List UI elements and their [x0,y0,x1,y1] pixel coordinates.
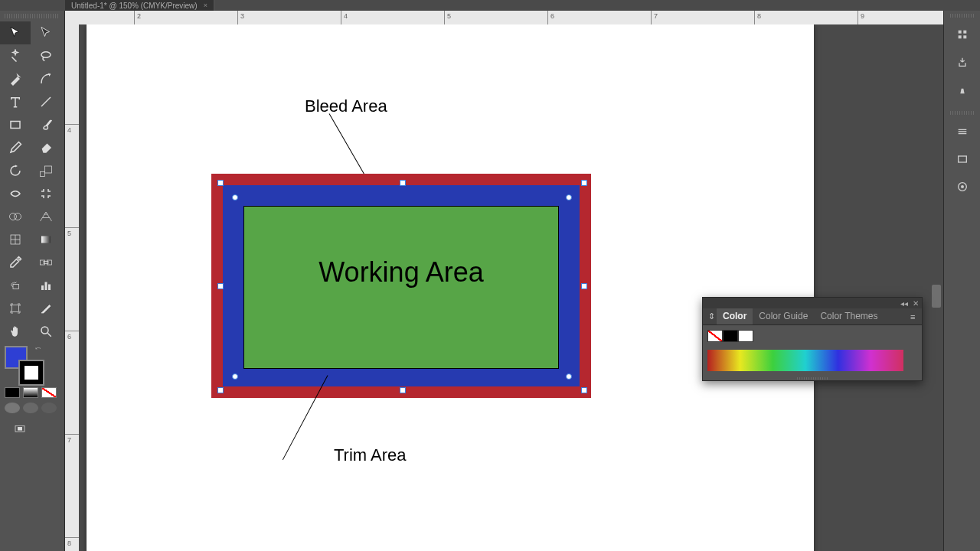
selection-handle[interactable] [566,194,572,201]
selection-handle[interactable] [217,387,224,393]
svg-rect-19 [959,31,962,34]
tab-color[interactable]: Color [717,308,753,324]
selection-handle[interactable] [581,180,587,186]
selection-handle[interactable] [400,180,406,186]
color-mode-gradient[interactable] [23,387,38,398]
color-none-swatch[interactable] [707,330,723,342]
ruler-v-tick: 4 [67,126,71,134]
panel-titlebar[interactable]: ◂◂ ✕ [703,298,922,308]
line-segment-tool[interactable] [31,90,61,113]
selection-handle[interactable] [566,373,572,380]
svg-rect-14 [48,285,51,291]
svg-rect-23 [959,156,967,162]
zoom-tool[interactable] [31,320,61,343]
selection-handle[interactable] [232,194,238,201]
eraser-tool[interactable] [31,136,61,159]
panel-close-icon[interactable]: ✕ [913,299,919,308]
stroke-panel-icon[interactable] [944,118,980,145]
horizontal-ruler[interactable]: 2 3 4 5 6 7 8 9 [65,11,943,24]
rectangle-tool[interactable] [0,113,31,136]
color-black-swatch[interactable] [723,330,738,342]
panel-menu-icon[interactable]: ≡ [908,312,919,321]
magic-wand-tool[interactable] [0,44,31,67]
color-spectrum[interactable] [707,350,903,371]
rotate-tool[interactable] [0,159,31,182]
svg-point-0 [41,52,51,58]
perspective-grid-tool[interactable] [31,205,61,228]
color-white-swatch[interactable] [738,330,753,342]
close-tab-icon[interactable]: × [204,2,207,9]
gradient-tool[interactable] [31,228,61,251]
selection-tool[interactable] [0,21,31,44]
lasso-tool[interactable] [31,44,61,67]
libraries-panel-icon[interactable] [944,48,980,76]
selection-handle[interactable] [217,283,224,289]
properties-panel-icon[interactable] [944,21,980,48]
selection-handle[interactable] [581,283,587,289]
right-panel-dock [943,11,980,551]
right-dock-grip-2[interactable] [950,111,974,115]
svg-rect-3 [45,166,52,173]
pen-tool[interactable] [0,67,31,90]
svg-point-25 [961,185,964,188]
ruler-h-tick: 5 [447,12,451,20]
selection-handle[interactable] [217,180,224,186]
swap-fill-stroke-icon[interactable]: ⤺ [35,344,41,352]
tab-color-guide[interactable]: Color Guide [753,308,814,324]
toolbar-grip[interactable] [5,14,60,18]
blend-tool[interactable] [31,251,61,274]
tab-color-themes[interactable]: Color Themes [814,308,884,324]
svg-rect-12 [41,285,44,290]
slice-tool[interactable] [31,297,61,320]
vertical-ruler[interactable]: 4 5 6 7 8 [65,24,79,551]
svg-point-16 [41,327,48,334]
color-panel[interactable]: ◂◂ ✕ ⇕ Color Color Guide Color Themes ≡ [702,297,923,381]
panel-collapse-icon[interactable]: ◂◂ [900,299,908,308]
color-mode-solid[interactable] [5,387,20,398]
ruler-h-tick: 7 [654,12,658,20]
draw-inside-icon[interactable] [41,403,57,413]
selection-handle[interactable] [581,387,587,393]
selection-handle[interactable] [232,373,238,380]
svg-rect-21 [959,35,962,38]
screen-mode-icon[interactable] [5,418,35,441]
ruler-h-tick: 9 [861,12,864,20]
working-area-rect[interactable]: Working Area [243,206,559,369]
scrollbar-thumb[interactable] [932,285,941,308]
appearance-panel-icon[interactable] [944,173,980,201]
color-swatch-area: ⤺ [0,343,64,444]
draw-behind-icon[interactable] [23,403,38,413]
canvas-viewport[interactable]: Bleed Area Working Area Trim Area [79,24,929,551]
ruler-v-tick: 5 [67,230,71,237]
right-dock-grip[interactable] [950,14,974,18]
svg-rect-18 [18,427,22,431]
draw-normal-icon[interactable] [5,403,20,413]
scale-tool[interactable] [31,159,61,182]
artboard[interactable]: Bleed Area Working Area Trim Area [87,24,814,551]
panel-resize-grip[interactable] [703,376,922,380]
panel-expand-icon[interactable]: ⇕ [706,311,717,321]
stroke-swatch[interactable] [20,361,43,384]
pencil-tool[interactable] [0,136,31,159]
svg-rect-10 [44,262,48,264]
free-transform-tool[interactable] [31,182,61,205]
color-mode-none[interactable] [41,387,57,398]
shape-builder-tool[interactable] [0,205,31,228]
document-tab[interactable]: Untitled-1* @ 150% (CMYK/Preview) × [65,0,214,11]
type-tool[interactable] [0,90,31,113]
width-tool[interactable] [0,182,31,205]
mesh-tool[interactable] [0,228,31,251]
symbol-sprayer-tool[interactable] [0,274,31,297]
artboard-tool[interactable] [0,297,31,320]
paintbrush-tool[interactable] [31,113,61,136]
curvature-tool[interactable] [31,67,61,90]
swatches-panel-icon[interactable] [944,145,980,173]
column-graph-tool[interactable] [31,274,61,297]
brushes-panel-icon[interactable] [944,76,980,103]
selection-handle[interactable] [400,387,406,393]
eyedropper-tool[interactable] [0,251,31,274]
hand-tool[interactable] [0,320,31,343]
document-tab-title: Untitled-1* @ 150% (CMYK/Preview) [71,2,198,10]
vertical-scrollbar[interactable]: ▴ [929,11,943,551]
direct-selection-tool[interactable] [31,21,61,44]
